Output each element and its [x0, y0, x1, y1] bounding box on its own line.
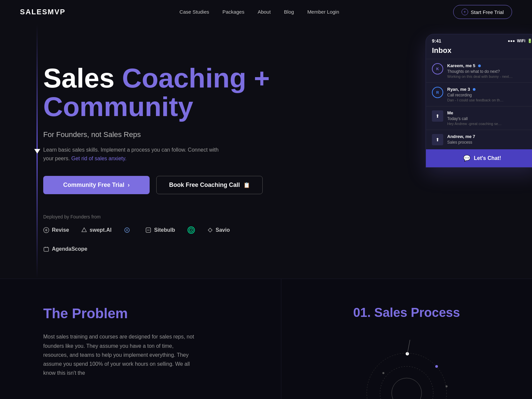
cta-icon: + — [462, 9, 468, 15]
arrow-indicator — [34, 149, 40, 154]
svg-point-3 — [126, 229, 128, 231]
inbox-item-me: ⬆ Me Today's call Hey Andrew -great coac… — [426, 106, 532, 130]
hero-description: Learn basic sales skills. Implement a pr… — [43, 146, 223, 163]
hero-section: Sales Coaching + Community For Founders,… — [0, 24, 532, 279]
brand-astronomer — [123, 227, 133, 233]
kareem-content: Kareem, me 5 Thoughts on what to do next… — [447, 63, 532, 78]
calendar-icon: 📋 — [243, 182, 250, 188]
phone-mockup: 9:41 ●●● WiFi 🔋 Inbox K Kareem, me 5 Tho… — [426, 34, 532, 168]
phone-time: 9:41 — [432, 38, 441, 44]
unread-dot-2 — [473, 88, 475, 91]
sales-process-title: 01. Sales Process — [353, 306, 460, 320]
hero-buttons: Community Free Trial › Book Free Coachin… — [43, 176, 276, 194]
unread-dot — [478, 65, 481, 67]
nav-blog[interactable]: Blog — [284, 9, 294, 15]
svg-rect-8 — [44, 247, 49, 251]
inbox-item-kareem: K Kareem, me 5 Thoughts on what to do ne… — [426, 59, 532, 82]
revise-icon — [43, 227, 49, 233]
circle-icon — [187, 226, 195, 234]
agendascope-icon — [43, 246, 49, 252]
me-content: Me Today's call Hey Andrew -great coachi… — [447, 110, 532, 126]
brand-circle — [187, 226, 195, 234]
deployed-label: Deployed by Founders from — [43, 214, 276, 219]
hero-title-white: Sales — [43, 63, 122, 93]
community-free-trial-button[interactable]: Community Free Trial › — [43, 176, 150, 194]
me-icon: ⬆ — [432, 110, 443, 122]
kareem-avatar: K — [432, 63, 443, 74]
phone-inbox-title: Inbox — [426, 46, 532, 59]
svg-point-15 — [446, 385, 448, 387]
svg-point-7 — [191, 229, 192, 231]
inbox-item-ryan: R Ryan, me 3 Call recording Dan - I coul… — [426, 82, 532, 106]
brand-logos-row: Revise swept.AI Sitebulb — [43, 226, 276, 252]
nav-member-login[interactable]: Member Login — [307, 9, 339, 15]
sales-process-section: 01. Sales Process — [281, 279, 532, 399]
problem-text: Most sales training and courses are desi… — [43, 332, 196, 377]
ryan-content: Ryan, me 3 Call recording Dan - I could … — [447, 87, 532, 102]
brand-revise: Revise — [43, 227, 69, 233]
brand-savio: Savio — [207, 227, 230, 233]
nav-about[interactable]: About — [258, 9, 271, 15]
problem-title: The Problem — [43, 306, 254, 322]
svg-point-11 — [392, 378, 422, 399]
arrow-right-icon: › — [128, 182, 130, 189]
svg-point-14 — [435, 365, 438, 368]
book-free-coaching-button[interactable]: Book Free Coaching Call 📋 — [156, 176, 263, 194]
brand-sitebulb: Sitebulb — [145, 227, 175, 233]
brand-swept: swept.AI — [81, 227, 112, 233]
navigation: SALESMVP Case Studies Packages About Blo… — [0, 0, 532, 24]
sales-process-diagram — [357, 333, 457, 399]
svg-point-10 — [380, 366, 433, 399]
svg-point-16 — [382, 372, 384, 374]
bottom-section: The Problem Most sales training and cour… — [0, 279, 532, 399]
sitebulb-icon — [145, 227, 151, 233]
swept-icon — [81, 227, 87, 233]
nav-packages[interactable]: Packages — [222, 9, 244, 15]
svg-line-13 — [407, 340, 410, 354]
inbox-item-andrew: ⬆ Andrew, me 7 Sales process — [426, 130, 532, 149]
process-svg — [357, 333, 457, 399]
astronomer-icon — [123, 227, 131, 233]
nav-links: Case Studies Packages About Blog Member … — [180, 9, 339, 15]
start-free-trial-button[interactable]: + Start Free Trial — [453, 5, 512, 19]
nav-case-studies[interactable]: Case Studies — [180, 9, 209, 15]
ryan-avatar: R — [432, 87, 443, 98]
deployed-section: Deployed by Founders from Revise swept.A… — [43, 214, 276, 252]
svg-marker-1 — [82, 228, 86, 232]
phone-icons: ●●● WiFi 🔋 — [508, 39, 532, 43]
hero-title: Sales Coaching + Community — [43, 64, 276, 121]
andrew-content: Andrew, me 7 Sales process — [447, 134, 532, 145]
savio-icon — [207, 227, 213, 233]
phone-status-bar: 9:41 ●●● WiFi 🔋 — [426, 34, 532, 46]
chat-icon: 💬 — [463, 155, 470, 162]
logo: SALESMVP — [20, 8, 66, 16]
hero-subtitle: For Founders, not Sales Reps — [43, 130, 276, 139]
lets-chat-button[interactable]: 💬 Let's Chat! — [426, 149, 532, 167]
svg-point-9 — [367, 353, 447, 399]
brand-agendascope: AgendaScope — [43, 246, 87, 252]
hero-content: Sales Coaching + Community For Founders,… — [43, 44, 276, 252]
problem-section: The Problem Most sales training and cour… — [0, 279, 281, 399]
andrew-icon: ⬆ — [432, 134, 443, 145]
anxiety-link[interactable]: Get rid of sales anxiety. — [71, 156, 127, 161]
